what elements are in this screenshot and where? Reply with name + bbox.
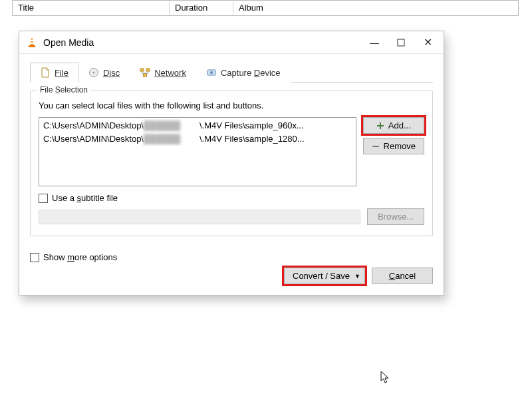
list-item[interactable]: C:\Users\ADMIN\Desktop\██████\.M4V Files…	[39, 132, 356, 146]
tab-disc[interactable]: Disc	[78, 63, 130, 83]
subtitle-checkbox[interactable]	[39, 194, 48, 203]
tab-capture-label: D	[254, 68, 260, 78]
file-selection-hint: You can select local files with the foll…	[39, 100, 424, 110]
network-icon	[140, 67, 150, 78]
browse-button: Browse...	[367, 208, 424, 225]
svg-point-11	[210, 71, 213, 74]
tab-file-label: File	[55, 68, 68, 78]
minimize-button[interactable]: —	[361, 33, 388, 53]
tab-file[interactable]: File	[30, 63, 78, 83]
file-selection-group: File Selection You can select local file…	[30, 91, 433, 236]
cancel-button[interactable]: Cancel	[372, 268, 433, 284]
col-duration[interactable]: Duration	[170, 1, 233, 15]
tab-network[interactable]: Network	[130, 63, 196, 83]
file-icon	[40, 67, 51, 78]
vlc-cone-icon	[26, 37, 38, 49]
svg-rect-4	[398, 39, 404, 46]
svg-rect-8	[146, 69, 150, 71]
file-list[interactable]: C:\Users\ADMIN\Desktop\██████\.M4V Files…	[39, 117, 356, 186]
disc-icon	[88, 67, 99, 78]
maximize-button[interactable]	[388, 33, 414, 53]
file-selection-legend: File Selection	[37, 85, 90, 95]
background-column-header: Title Duration Album	[12, 0, 519, 16]
col-title[interactable]: Title	[13, 1, 170, 15]
svg-rect-2	[31, 40, 33, 41]
dialog-title: Open Media	[43, 37, 361, 48]
mouse-cursor-icon	[380, 371, 391, 384]
capture-icon	[206, 67, 217, 78]
plus-icon	[376, 122, 384, 130]
svg-rect-7	[140, 69, 144, 71]
list-item[interactable]: C:\Users\ADMIN\Desktop\██████\.M4V Files…	[39, 119, 356, 132]
subtitle-path-field	[39, 210, 360, 224]
close-button[interactable]: ✕	[414, 33, 441, 53]
tab-network-label: Network	[154, 68, 186, 78]
tab-disc-label: Disc	[103, 68, 120, 78]
tab-capture[interactable]: Capture Device	[196, 63, 291, 83]
redacted-text: ██████	[144, 119, 200, 132]
open-media-dialog: Open Media — ✕ File Disc Network Capture…	[19, 31, 444, 296]
svg-rect-1	[29, 45, 35, 47]
svg-rect-9	[144, 74, 147, 77]
convert-save-button[interactable]: Convert / Save ▼	[284, 268, 365, 284]
minus-icon	[372, 142, 380, 150]
col-album[interactable]: Album	[233, 1, 518, 15]
add-button[interactable]: Add...	[363, 117, 424, 134]
remove-button[interactable]: Remove	[363, 138, 424, 154]
source-tabs: File Disc Network Capture Device	[30, 62, 433, 83]
more-options-checkbox[interactable]	[30, 253, 39, 262]
chevron-down-icon[interactable]: ▼	[354, 273, 360, 280]
svg-point-6	[92, 72, 94, 74]
dialog-titlebar: Open Media — ✕	[19, 31, 444, 54]
redacted-text: ██████	[144, 132, 200, 146]
svg-rect-3	[30, 43, 34, 44]
svg-marker-0	[30, 37, 35, 46]
